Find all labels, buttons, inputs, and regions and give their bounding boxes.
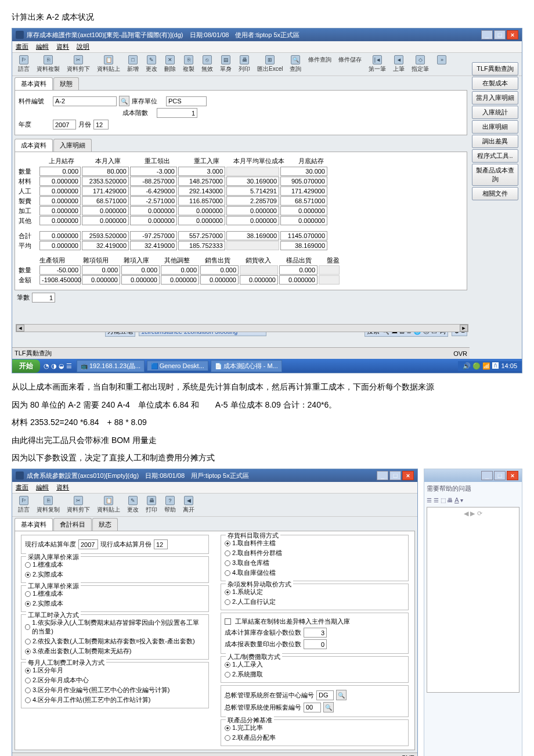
tb-cut[interactable]: ✂資料剪下 xyxy=(63,495,93,515)
lookup-icon[interactable]: 🔍 xyxy=(323,702,334,712)
menu-data[interactable]: 資料 xyxy=(56,484,69,491)
tb-lang[interactable]: 🏳語言 xyxy=(15,495,33,515)
tb-new[interactable]: □新增 xyxy=(124,54,142,74)
tb-print[interactable]: 🖶列印 xyxy=(235,54,254,74)
tb-delete[interactable]: ✕刪除 xyxy=(161,54,179,74)
radio-l1[interactable]: 1.人工录入 xyxy=(225,660,405,669)
hscroll[interactable]: ◄► xyxy=(16,324,468,332)
maximize-button[interactable]: □ xyxy=(389,471,401,480)
scroll-right-icon[interactable]: ► xyxy=(460,325,468,332)
side-tool[interactable]: 程序式工具.. xyxy=(472,149,518,163)
radio-std[interactable]: 1.標准成本 xyxy=(25,560,205,569)
tab-basic2[interactable]: 基本資料 xyxy=(15,518,53,531)
input-year2[interactable] xyxy=(78,539,98,549)
input-year[interactable] xyxy=(53,120,76,129)
tb-curr[interactable]: ◇指定筆 xyxy=(408,54,432,74)
side-instat[interactable]: 入庫統計 xyxy=(472,106,518,119)
input-part[interactable] xyxy=(53,96,117,106)
tb-help[interactable]: ?帮助 xyxy=(161,495,179,515)
radio-m2[interactable]: 2.区分年月成本中心 xyxy=(25,676,205,685)
task-genero[interactable]: 🟦 Genero Deskt... xyxy=(147,361,208,371)
tb-void[interactable]: ⦸無效 xyxy=(198,54,217,74)
side-out[interactable]: 出庫明細 xyxy=(472,120,518,134)
tb-exit[interactable]: ◀离开 xyxy=(179,495,198,515)
scroll-left-icon[interactable]: ◄ xyxy=(16,325,24,332)
start-button[interactable]: 开始 xyxy=(12,359,40,373)
max2[interactable]: □ xyxy=(494,471,506,480)
tb-excel[interactable]: ⊞匯出Excel xyxy=(254,54,286,74)
menu-data[interactable]: 資料 xyxy=(56,43,69,50)
maximize-button[interactable]: □ xyxy=(494,30,506,39)
side-file[interactable]: 相關文件 xyxy=(472,187,518,200)
tb-print[interactable]: 🖶打印 xyxy=(142,495,161,515)
input-book[interactable] xyxy=(304,703,321,712)
tb-detail[interactable]: ▤單身 xyxy=(217,54,235,74)
radio-j2[interactable]: 2.联產品分配率 xyxy=(225,733,405,742)
tab-basic[interactable]: 基本資料 xyxy=(15,77,53,90)
tb-cquery[interactable]: 條件查詢 xyxy=(305,54,335,74)
task-word[interactable]: 📄 成本測試心得 - M... xyxy=(211,360,282,372)
tb-cut[interactable]: ✂資料剪下 xyxy=(63,54,93,74)
checkbox-wip[interactable] xyxy=(225,618,231,625)
radio-a2[interactable]: 2.取自料件分群檔 xyxy=(225,549,405,557)
radio-a3[interactable]: 3.取自仓库檔 xyxy=(225,559,405,567)
side-diff[interactable]: 調出差異 xyxy=(472,135,518,148)
radio-j1[interactable]: 1.完工比率 xyxy=(225,723,405,732)
tray[interactable]: 🔊 🟢 📶 🅰 14:05 xyxy=(458,361,522,371)
input-dec1[interactable] xyxy=(304,628,327,638)
menu-screen[interactable]: 畫面 xyxy=(16,43,28,50)
task-ip[interactable]: 📺 192.168.1.23(晶... xyxy=(77,360,145,372)
lookup-part-icon[interactable]: 🔍 xyxy=(119,96,129,106)
radio-a4[interactable]: 4.取自庫儲位檔 xyxy=(225,568,405,577)
tb-first[interactable]: |◄第一筆 xyxy=(365,54,389,74)
radio-h2[interactable]: 2.依投入套数(人工制费期末結存套数=投入套数-產出套数) xyxy=(25,637,205,646)
close-button[interactable]: × xyxy=(402,471,414,480)
menu-edit[interactable]: 編輯 xyxy=(36,43,49,50)
radio-s2[interactable]: 2.人工自行认定 xyxy=(225,597,405,606)
radio-h1[interactable]: 1.依实际录入(人工制费期末結存皆歸零因由个別設置各工單的当量) xyxy=(25,618,205,636)
radio-a1[interactable]: 1.取自料件主檔 xyxy=(225,539,405,548)
min2[interactable]: _ xyxy=(481,471,493,480)
radio-act2[interactable]: 2.实際成本 xyxy=(25,599,205,608)
radio-std2[interactable]: 1.標准成本 xyxy=(25,589,205,598)
tab-indetail[interactable]: 入庫明細 xyxy=(53,139,92,152)
side-wip[interactable]: 在製成本 xyxy=(472,77,518,90)
close-button[interactable]: × xyxy=(507,30,518,39)
menu-screen[interactable]: 畫面 xyxy=(16,484,28,491)
tb-paste[interactable]: 📋資料貼上 xyxy=(93,495,124,515)
input-step[interactable] xyxy=(157,108,197,118)
tab-cost[interactable]: 成本資料 xyxy=(15,139,53,152)
radio-act[interactable]: 2.实際成本 xyxy=(25,570,205,579)
radio-m4[interactable]: 4.区分年月工作站(照工艺中的工作站计算) xyxy=(25,696,205,704)
tab-status2[interactable]: 狀态 xyxy=(92,518,118,531)
minimize-button[interactable]: _ xyxy=(481,30,493,39)
radio-l2[interactable]: 2.系統攤取 xyxy=(225,670,405,679)
tb-edit[interactable]: ✎更改 xyxy=(142,54,161,74)
tb-lang[interactable]: 🏳語言 xyxy=(15,54,33,74)
input-loc[interactable] xyxy=(166,96,207,106)
close2[interactable]: × xyxy=(507,471,518,480)
side-tlf[interactable]: TLF異動查詢 xyxy=(472,62,518,75)
tb-copy[interactable]: ⎘資料複製 xyxy=(33,54,63,74)
tab-status[interactable]: 狀態 xyxy=(53,77,79,90)
tb-paste[interactable]: 📋資料貼上 xyxy=(93,54,124,74)
tb-reset[interactable]: ⎘複製 xyxy=(179,54,198,74)
menu-edit[interactable]: 編輯 xyxy=(36,484,49,491)
input-month[interactable] xyxy=(93,120,109,129)
tb-prev[interactable]: ◄上筆 xyxy=(389,54,408,74)
tb-csave[interactable]: 條件儲存 xyxy=(335,54,365,74)
input-plant[interactable] xyxy=(316,690,334,700)
tb-query[interactable]: 🔍查詢 xyxy=(286,54,305,74)
input-pagecount[interactable] xyxy=(32,293,55,303)
radio-s1[interactable]: 1.系統认定 xyxy=(225,588,405,596)
minimize-button[interactable]: _ xyxy=(377,471,388,480)
tab-acct[interactable]: 會計科目 xyxy=(53,518,92,531)
tb-edit[interactable]: ✎更改 xyxy=(124,495,142,515)
tb-copy[interactable]: ⎘資料复制 xyxy=(33,495,63,515)
side-in[interactable]: 當月入庫明細 xyxy=(472,91,518,105)
tb-more[interactable]: » xyxy=(432,54,451,74)
radio-m1[interactable]: 1.区分年月 xyxy=(25,666,205,675)
radio-h3[interactable]: 3.依產出套数(人工制费期末无結存) xyxy=(25,647,205,656)
menu-help[interactable]: 說明 xyxy=(77,43,89,50)
side-prod[interactable]: 製產品成本查詢 xyxy=(472,164,518,186)
